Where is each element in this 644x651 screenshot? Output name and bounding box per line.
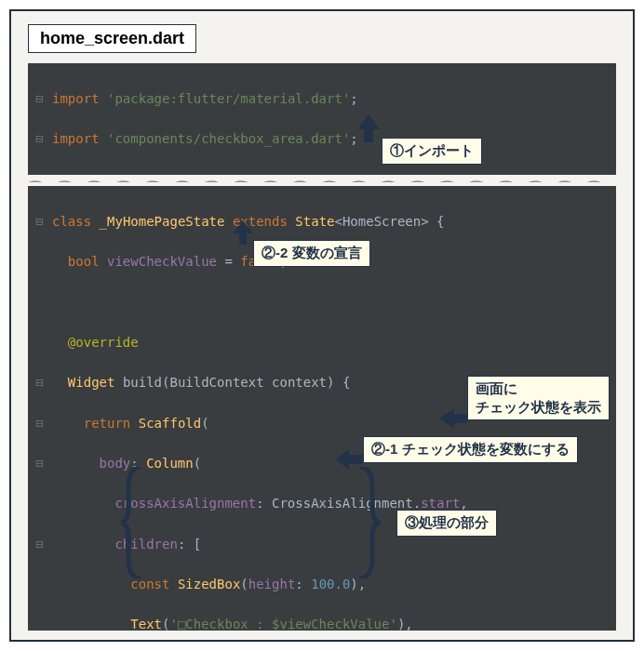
callout-display-state: 画面に チェック状態を表示 bbox=[467, 376, 610, 420]
callout-process: ③処理の部分 bbox=[396, 510, 497, 537]
wavy-separator bbox=[28, 175, 616, 182]
file-tab: home_screen.dart bbox=[28, 24, 196, 53]
arrow-up-icon bbox=[231, 220, 255, 245]
code-block-top: ⊟import 'package:flutter/material.dart';… bbox=[28, 63, 616, 175]
callout-var-decl: ②-2 変数の宣言 bbox=[253, 240, 370, 267]
diagram-frame: home_screen.dart ⊟import 'package:flutte… bbox=[9, 9, 635, 642]
arrow-left-icon bbox=[335, 448, 363, 471]
arrow-left-icon bbox=[439, 406, 467, 431]
callout-var-state: ②-1 チェック状態を変数にする bbox=[363, 436, 578, 463]
arrow-up-icon bbox=[356, 114, 382, 142]
brace-left-icon bbox=[121, 467, 149, 581]
callout-import: ①インポート bbox=[382, 138, 482, 165]
brace-right-icon bbox=[354, 467, 382, 581]
